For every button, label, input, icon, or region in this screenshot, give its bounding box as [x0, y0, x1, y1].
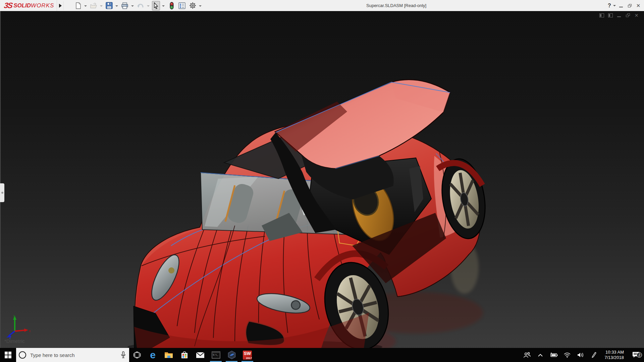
start-button[interactable]	[0, 348, 16, 362]
cortana-icon[interactable]	[19, 351, 26, 359]
solidworks-window: 3S SOLIDWORKS	[0, 0, 644, 362]
help-button[interactable]: ?	[606, 1, 613, 10]
open-folder-icon	[90, 2, 97, 9]
battery-icon[interactable]	[549, 353, 559, 357]
restore-icon	[628, 4, 632, 7]
file-properties-button[interactable]	[178, 1, 186, 10]
collapsed-panel-tab[interactable]	[0, 183, 4, 202]
people-icon[interactable]	[522, 352, 532, 358]
windows-ink-pen-icon[interactable]	[589, 352, 599, 358]
select-cursor-icon	[153, 2, 159, 9]
microphone-icon[interactable]	[121, 351, 126, 359]
doc-restore-icon[interactable]	[625, 13, 631, 18]
mail-icon	[196, 352, 205, 358]
open-button[interactable]	[89, 1, 98, 10]
svg-text:C:\_: C:\_	[213, 354, 218, 356]
notification-count-badge: 2	[637, 352, 642, 358]
document-title: Supercar.SLDASM [Read-only]	[366, 0, 426, 11]
document-window-controls: ✕	[599, 13, 639, 18]
windows-taskbar: e	[0, 348, 644, 362]
system-tray: 10:33 AM 7/13/2018 2	[522, 348, 644, 362]
wifi-icon[interactable]	[562, 353, 572, 358]
taskbar-search[interactable]	[16, 348, 129, 362]
new-document-button[interactable]	[74, 1, 82, 10]
help-dropdown-caret[interactable]	[613, 5, 616, 6]
task-view-icon	[133, 352, 141, 358]
windows-logo-icon	[5, 352, 11, 358]
standard-toolbar	[73, 0, 203, 11]
supercar-model[interactable]	[0, 11, 644, 348]
volume-icon[interactable]	[576, 352, 586, 358]
file-explorer-button[interactable]	[161, 348, 176, 362]
taskbar-apps: e	[129, 348, 255, 362]
edge-icon: e	[150, 350, 156, 360]
restore-button[interactable]	[626, 1, 633, 10]
file-explorer-icon	[164, 351, 173, 359]
solidworks-2017-button[interactable]: SW 2017	[239, 348, 255, 362]
select-button[interactable]	[152, 1, 160, 10]
file-properties-icon	[178, 2, 185, 9]
mail-button[interactable]	[192, 348, 208, 362]
display-pane-toggle-icon[interactable]	[607, 13, 613, 18]
store-button[interactable]	[176, 348, 192, 362]
clock-date: 7/13/2018	[604, 355, 624, 360]
print-dropdown-caret[interactable]	[131, 5, 134, 7]
save-button[interactable]	[105, 1, 113, 10]
rebuild-traffic-light-icon	[169, 2, 174, 9]
minimize-icon	[619, 7, 623, 7]
orientation-triad: y x z	[5, 314, 34, 339]
command-prompt-button[interactable]: C:\_	[208, 348, 224, 362]
close-button[interactable]: ✕	[635, 1, 642, 10]
new-document-icon	[75, 2, 82, 9]
flyout-arrow-icon	[59, 4, 62, 8]
search-input[interactable]	[30, 352, 121, 358]
minimize-button[interactable]	[617, 1, 625, 10]
open-dropdown-caret[interactable]	[100, 5, 103, 7]
feature-pane-toggle-icon[interactable]	[599, 13, 604, 18]
doc-minimize-icon[interactable]	[616, 13, 622, 18]
undo-button[interactable]	[136, 1, 145, 10]
logo-works-text: WORKS	[31, 2, 54, 9]
print-icon	[121, 2, 128, 9]
clock-time: 10:33 AM	[604, 350, 624, 355]
save-dropdown-caret[interactable]	[115, 5, 118, 7]
options-button[interactable]	[189, 1, 197, 10]
save-floppy-icon	[106, 2, 113, 9]
select-dropdown-caret[interactable]	[162, 5, 165, 7]
rebuild-button[interactable]	[169, 1, 175, 10]
solidworks-2017-icon: SW 2017	[243, 351, 252, 360]
menu-flyout-button[interactable]	[57, 1, 64, 10]
panel-expand-icon	[1, 192, 3, 194]
doc-close-icon[interactable]: ✕	[634, 13, 639, 18]
triad-x-label: x	[29, 329, 31, 333]
store-icon	[181, 351, 188, 359]
title-bar: 3S SOLIDWORKS	[0, 0, 644, 11]
solidworks-logo[interactable]: 3S SOLIDWORKS	[0, 0, 57, 11]
edrawings-button[interactable]	[224, 348, 239, 362]
command-prompt-icon: C:\_	[212, 351, 220, 359]
options-gear-icon	[189, 2, 196, 9]
undo-dropdown-caret[interactable]	[147, 5, 150, 7]
options-dropdown-caret[interactable]	[199, 5, 202, 7]
new-dropdown-caret[interactable]	[84, 5, 87, 7]
edrawings-icon	[227, 351, 236, 359]
action-center-button[interactable]: 2	[629, 352, 643, 358]
view-orientation-label: *Dimetric	[4, 338, 25, 344]
undo-icon	[137, 2, 144, 9]
triad-y-label: y	[13, 314, 15, 318]
print-button[interactable]	[120, 1, 129, 10]
3ds-logo-mark: 3S	[3, 1, 13, 10]
edge-button[interactable]: e	[145, 348, 161, 362]
hidden-icons-chevron[interactable]	[535, 354, 545, 357]
close-icon: ✕	[636, 3, 641, 8]
graphics-area[interactable]: ✕ y x z *Dimetric	[0, 11, 644, 348]
taskbar-clock[interactable]: 10:33 AM 7/13/2018	[602, 350, 626, 360]
task-view-button[interactable]	[129, 348, 145, 362]
window-controls: ? ✕	[606, 0, 642, 11]
logo-solid-text: SOLID	[13, 2, 31, 9]
